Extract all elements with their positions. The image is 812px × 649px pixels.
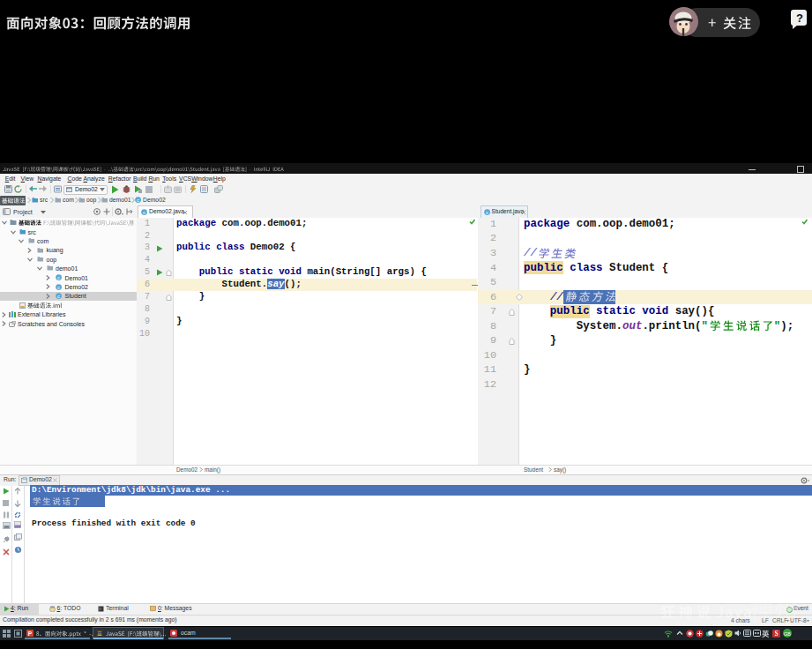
svg-text:c: c bbox=[57, 274, 60, 280]
svg-text:c: c bbox=[137, 197, 139, 203]
svg-text:P: P bbox=[28, 630, 33, 636]
svg-text:S: S bbox=[774, 630, 778, 638]
svg-text:c: c bbox=[57, 284, 60, 290]
svg-text:GB: GB bbox=[784, 631, 791, 637]
svg-text:c: c bbox=[143, 209, 145, 215]
svg-text:c: c bbox=[486, 209, 488, 215]
svg-text:c: c bbox=[57, 293, 60, 299]
